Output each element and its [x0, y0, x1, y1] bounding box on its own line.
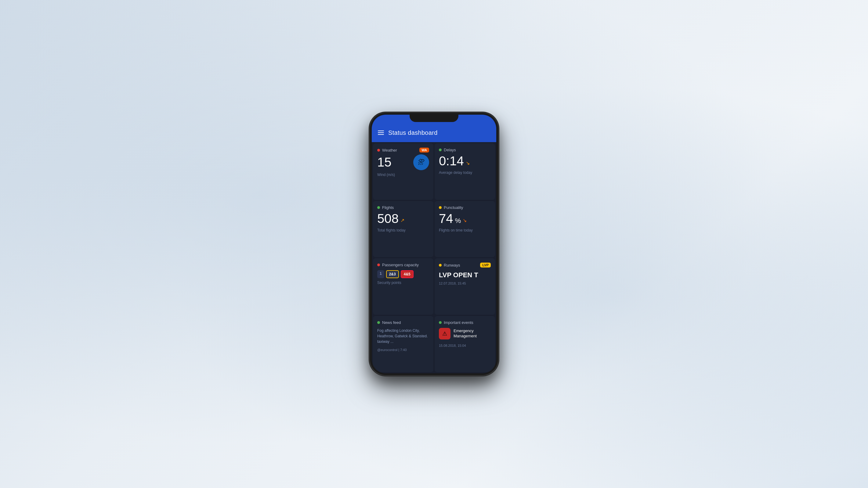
flights-title: Flights	[382, 205, 394, 210]
delays-subtitle: Average delay today	[439, 170, 491, 175]
weather-card[interactable]: Weather WA 15 ⛈ Wind (m/s)	[373, 143, 433, 200]
weather-badge: WA	[420, 148, 429, 153]
weather-subtitle: Wind (m/s)	[377, 173, 429, 177]
security-point-3[interactable]: 4&5	[401, 270, 413, 278]
security-points: 1 2&3 4&5	[377, 270, 429, 278]
delays-arrow-icon: ↘	[466, 160, 470, 166]
runways-title: Runways	[444, 263, 460, 267]
flights-card[interactable]: Flights 508 ↗ Total flights today	[373, 201, 433, 257]
delays-status-dot	[439, 149, 442, 151]
passengers-subtitle: Security points	[377, 281, 429, 285]
punctuality-arrow-icon: ↘	[463, 218, 467, 223]
weather-title-row: Weather	[377, 148, 397, 153]
delays-title-row: Delays	[439, 148, 456, 152]
news-text: Fog affecting London City, Heathrow, Gat…	[377, 328, 429, 344]
punctuality-card[interactable]: Punctuality 74 % ↘ Flights on time today	[435, 201, 495, 257]
events-status-dot	[439, 321, 442, 324]
event-warning-icon: ⚠	[439, 328, 451, 339]
delays-card-header: Delays	[439, 148, 491, 152]
flights-subtitle: Total flights today	[377, 228, 429, 232]
news-title-row: News feed	[377, 320, 429, 325]
flights-status-dot	[377, 206, 380, 209]
punctuality-status-dot	[439, 206, 442, 209]
phone-shell: Status dashboard Weather WA 15 ⛈	[370, 113, 498, 375]
runways-card[interactable]: Runways LVP LVP OPEN T 12.07.2018, 15:45	[435, 258, 495, 315]
weather-status-dot	[377, 149, 380, 152]
delays-value: 0:14 ↘	[439, 154, 491, 168]
news-card[interactable]: News feed Fog affecting London City, Hea…	[373, 316, 433, 372]
runways-status-dot	[439, 264, 442, 267]
passengers-card[interactable]: Passengers capacity 1 2&3 4&5 Security p…	[373, 258, 433, 315]
passengers-status-dot	[377, 263, 380, 266]
punctuality-card-header: Punctuality	[439, 205, 491, 210]
event-item: ⚠ Emergency Management	[439, 328, 491, 339]
punctuality-value: 74 % ↘	[439, 212, 491, 226]
punctuality-title: Punctuality	[444, 205, 463, 210]
punctuality-title-row: Punctuality	[439, 205, 463, 210]
delays-card[interactable]: Delays 0:14 ↘ Average delay today	[435, 143, 495, 200]
security-point-2[interactable]: 2&3	[386, 270, 399, 278]
flights-value: 508 ↗	[377, 212, 429, 226]
news-status-dot	[377, 321, 380, 324]
dashboard-grid: Weather WA 15 ⛈ Wind (m/s) Delays	[372, 142, 496, 373]
event-date: 15.08.2018, 15:04	[439, 344, 491, 348]
weather-value-row: 15 ⛈	[377, 154, 429, 170]
passengers-title-row: Passengers capacity	[377, 263, 429, 267]
runways-title-row: Runways	[439, 263, 460, 267]
runways-value: LVP OPEN T	[439, 271, 491, 279]
passengers-title: Passengers capacity	[382, 263, 419, 267]
page-title: Status dashboard	[388, 129, 438, 136]
flights-card-header: Flights	[377, 205, 429, 210]
weather-icon: ⛈	[413, 154, 429, 170]
security-point-1[interactable]: 1	[377, 270, 384, 278]
events-card[interactable]: Important events ⚠ Emergency Management …	[435, 316, 495, 372]
punctuality-percent: %	[455, 217, 461, 226]
news-title: News feed	[382, 320, 401, 325]
events-title-row: Important events	[439, 320, 491, 325]
runways-badge: LVP	[480, 263, 491, 267]
weather-title: Weather	[382, 148, 397, 153]
weather-value: 15	[377, 155, 392, 169]
events-title: Important events	[444, 320, 473, 325]
runways-date: 12.07.2018, 15:45	[439, 282, 491, 285]
hamburger-menu-icon[interactable]	[378, 131, 384, 135]
runways-card-header: Runways LVP	[439, 263, 491, 267]
phone-notch	[410, 113, 458, 122]
weather-card-header: Weather WA	[377, 148, 429, 153]
event-name: Emergency Management	[454, 328, 491, 339]
phone-screen: Status dashboard Weather WA 15 ⛈	[372, 115, 496, 373]
flights-title-row: Flights	[377, 205, 394, 210]
flights-arrow-icon: ↗	[400, 218, 404, 223]
punctuality-subtitle: Flights on time today	[439, 228, 491, 232]
news-source: @eurocontrol | 7:40	[377, 348, 429, 352]
delays-title: Delays	[444, 148, 456, 152]
